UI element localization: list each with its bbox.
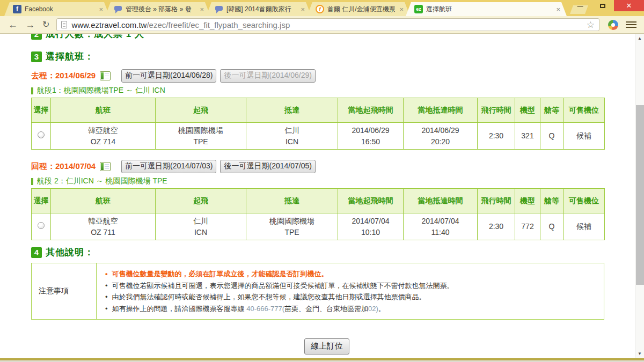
tab-select-flight-active[interactable]: ez 選擇航班 × (406, 2, 567, 16)
inbound-date-label: 回程：2014/07/04 (31, 161, 96, 172)
depart-airport: 桃園國際機場 (157, 125, 245, 136)
inbound-next-date-button[interactable]: 後一可選日期(2014/07/05) (220, 160, 315, 173)
speech-bubble-icon (114, 5, 122, 13)
arrive-airport: 仁川 (247, 125, 336, 136)
table-header-row: 選擇 航班 起飛 抵達 當地起飛時間 當地抵達時間 飛行時間 機型 艙等 可售機… (32, 189, 605, 213)
flight-number: OZ 711 (52, 227, 154, 238)
arrive-date: 2014/07/04 (405, 216, 476, 227)
arrive-time: 11:40 (405, 227, 476, 238)
tab-close-icon[interactable]: × (98, 5, 104, 13)
tab-close-icon[interactable]: × (199, 5, 205, 13)
col-depart: 起飛 (156, 98, 246, 123)
availability-cell: 候補 (564, 213, 605, 240)
aircraft-cell: 772 (515, 213, 540, 240)
refresh-button[interactable]: ↻ (42, 20, 49, 29)
depart-time-cell: 2014/06/2916:50 (338, 123, 404, 150)
tab-title: Facebook (25, 5, 94, 13)
duration-cell: 2:30 (478, 123, 515, 150)
depart-date: 2014/07/04 (339, 216, 402, 227)
online-booking-button[interactable]: 線上訂位 (304, 338, 349, 354)
other-notes-heading: 4 其他說明： (31, 246, 623, 258)
tab-close-icon[interactable]: × (555, 5, 561, 13)
tab-facebook[interactable]: f Facebook × (4, 2, 109, 16)
note-text: 可售機位數量是變動的，必須在訂單成立後，才能確認是否訂到機位。 (112, 268, 328, 280)
inbound-prev-date-button[interactable]: 前一可選日期(2014/07/03) (121, 160, 216, 173)
bookmark-star-icon[interactable]: ☆ (587, 19, 595, 31)
airline-name: 韓亞航空 (52, 216, 154, 227)
note-item: •可售機位數量是變動的，必須在訂單成立後，才能確認是否訂到機位。 (104, 268, 596, 280)
outbound-flight-row: 韓亞航空OZ 714 桃園國際機場TPE 仁川ICN 2014/06/2916:… (32, 123, 605, 150)
notes-list: •可售機位數量是變動的，必須在訂單成立後，才能確認是否訂到機位。 •可售機位若顯… (104, 268, 596, 314)
arrive-time-cell: 2014/06/2920:20 (404, 123, 478, 150)
forward-button[interactable]: → (25, 20, 35, 29)
eztravel-icon: ez (414, 5, 423, 13)
section2-badge: 2 (31, 34, 42, 40)
col-aircraft: 機型 (515, 189, 540, 213)
outbound-next-date-button[interactable]: 後一可選日期(2014/06/29) (220, 69, 315, 83)
calendar-icon[interactable] (100, 71, 111, 80)
passenger-count-text: 成行人數：成人票 1 人 (46, 34, 144, 40)
back-button[interactable]: ← (8, 20, 18, 29)
notes-label: 注意事項 (32, 263, 97, 319)
segment-text: 航段 2：仁川ICN ～ 桃園國際機場 TPE (37, 176, 167, 186)
aircraft-cell: 321 (515, 123, 540, 150)
phone-number: 40-666-777( (246, 305, 284, 313)
tab-close-icon[interactable]: × (398, 5, 405, 13)
note-text: 如有操作上的問題，請洽國際機票客服專線 40-666-777(苗栗、金門、台東地… (112, 303, 385, 315)
outbound-flight-radio[interactable] (38, 131, 45, 138)
arrive-time: 20:20 (405, 136, 476, 147)
note-text: 可售機位若顯示候補且可圈選，表示您選擇的商品額滿但可接受候補訂單，在候補狀態下不… (112, 280, 454, 292)
tab-admin-blog[interactable]: 管理後台 » 部落格 » 發 × (105, 2, 210, 16)
close-button[interactable]: ✕ (614, 0, 644, 11)
funtime-icon: f (316, 5, 324, 13)
tab-title: 首爾 仁川/金浦便宜機票 (327, 5, 395, 14)
scrollbar-thumb[interactable] (636, 105, 644, 285)
cabin-cell: Q (540, 213, 564, 240)
speech-bubble-icon (215, 5, 223, 13)
maximize-button[interactable] (591, 0, 614, 11)
scroll-down-icon[interactable]: ▼ (635, 349, 644, 358)
inbound-flight-radio[interactable] (38, 222, 45, 229)
depart-airport: 仁川 (157, 216, 245, 227)
depart-code: TPE (157, 136, 245, 147)
calendar-icon[interactable] (100, 162, 111, 171)
tab-cheap-tickets[interactable]: f 首爾 仁川/金浦便宜機票 × (307, 2, 410, 16)
flight-number: OZ 714 (52, 136, 154, 147)
facebook-icon: f (13, 5, 21, 13)
window-bottom-frame (0, 358, 644, 362)
outbound-flight-table: 選擇 航班 起飛 抵達 當地起飛時間 當地抵達時間 飛行時間 機型 艙等 可售機… (31, 98, 605, 150)
tab-close-icon[interactable]: × (299, 5, 306, 13)
segment-text: 航段1：桃園國際機場TPE ～ 仁川 ICN (37, 86, 165, 95)
menu-icon[interactable] (626, 21, 636, 28)
section3-title: 選擇航班： (46, 50, 94, 63)
col-aircraft: 機型 (515, 98, 540, 123)
col-availability: 可售機位 (564, 98, 605, 123)
outbound-prev-date-button[interactable]: 前一可選日期(2014/06/28) (121, 69, 216, 83)
select-flight-heading: 3 選擇航班： (31, 50, 623, 63)
arrive-airport: 桃園國際機場 (247, 216, 336, 227)
vertical-scrollbar[interactable]: ▲ ▼ (635, 34, 644, 358)
inbound-flight-row: 韓亞航空OZ 711 仁川ICN 桃園國際機場TPE 2014/07/0410:… (32, 213, 605, 240)
col-depart-time: 當地起飛時間 (338, 98, 404, 123)
segment-bullet-icon (31, 178, 33, 185)
inbound-date-row: 回程：2014/07/04 前一可選日期(2014/07/03) 後一可選日期(… (31, 160, 623, 173)
outbound-segment-label: 航段1：桃園國際機場TPE ～ 仁川 ICN (31, 86, 623, 95)
depart-code: ICN (157, 227, 245, 238)
depart-time-cell: 2014/07/0410:10 (338, 213, 404, 240)
section3-badge: 3 (31, 51, 42, 62)
extension-icon[interactable] (608, 20, 618, 30)
minimize-button[interactable]: — (569, 0, 591, 11)
depart-date: 2014/06/29 (339, 125, 402, 136)
arrive-cell: 仁川ICN (246, 123, 338, 150)
flight-cell: 韓亞航空OZ 714 (51, 123, 156, 150)
address-bar[interactable]: www.eztravel.com.tw/ezec/freefit/ec_fit_… (56, 18, 599, 31)
segment-bullet-icon (31, 87, 33, 94)
tab-korea-trip[interactable]: [韓國] 2014首爾敗家行 × (206, 2, 311, 16)
depart-time: 16:50 (339, 136, 402, 147)
scroll-up-icon[interactable]: ▲ (635, 34, 644, 43)
inbound-flight-table: 選擇 航班 起飛 抵達 當地起飛時間 當地抵達時間 飛行時間 機型 艙等 可售機… (31, 188, 605, 240)
url-text[interactable]: www.eztravel.com.tw/ezec/freefit/ec_fit_… (71, 20, 582, 29)
flight-cell: 韓亞航空OZ 711 (51, 213, 156, 240)
depart-time: 10:10 (339, 227, 402, 238)
cabin-cell: Q (540, 123, 564, 150)
